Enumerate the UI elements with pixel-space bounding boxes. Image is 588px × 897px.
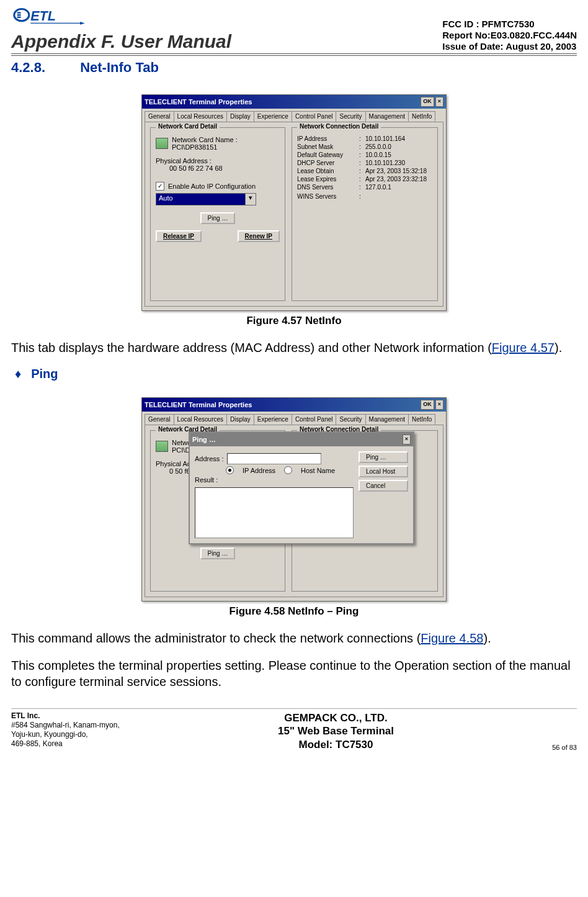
tab-management[interactable]: Management [365, 414, 409, 425]
close-button[interactable]: × [403, 435, 411, 444]
ping-button[interactable]: Ping … [200, 548, 236, 559]
figure-link[interactable]: Figure 4.57 [492, 341, 555, 354]
footer-center3: Model: TC7530 [278, 738, 394, 751]
chevron-down-icon[interactable]: ▾ [245, 194, 256, 205]
body-text: This command allows the administrator to… [11, 631, 421, 645]
dialog-title: TELECLIENT Terminal Properties [145, 98, 252, 106]
page-header: ETL Appendix F. User Manual FCC ID : PFM… [11, 6, 577, 56]
result-label: Result : [195, 476, 218, 484]
terminal-properties-dialog: TELECLIENT Terminal Properties OK × Gene… [141, 94, 447, 311]
page-number: 56 of 83 [552, 744, 577, 751]
body-text: This tab displays the hardware address (… [11, 341, 492, 354]
ok-button[interactable]: OK [421, 400, 434, 410]
nic-icon [156, 138, 168, 149]
card-name-label: Network Card Name : [172, 136, 238, 143]
tab-display[interactable]: Display [226, 111, 254, 122]
radio-host-label: Host Name [301, 467, 335, 474]
header-meta: FCC ID : PFMTC7530 Report No:E03.0820.FC… [442, 19, 577, 52]
ip-config-select[interactable]: Auto ▾ [156, 193, 256, 205]
detail-value: 10.10.101.230 [365, 160, 432, 166]
detail-row: DHCP Server:10.10.101.230 [297, 160, 432, 166]
body-text: ). [555, 341, 562, 354]
detail-key: DHCP Server [297, 160, 359, 166]
body-paragraph: This tab displays the hardware address (… [11, 340, 577, 356]
bullet-diamond-icon: ♦ [15, 367, 21, 381]
detail-row: Default Gateway:10.0.0.15 [297, 151, 432, 158]
tab-security[interactable]: Security [336, 414, 365, 425]
ping-dialog: Ping … × Address : [189, 431, 414, 544]
footer-addr1: #584 Sangwhal-ri, Kanam-myon, [11, 721, 120, 729]
radio-ip-address[interactable] [226, 466, 234, 474]
detail-key: DNS Servers [297, 184, 359, 191]
detail-key: IP Address [297, 135, 359, 142]
body-paragraph: This command allows the administrator to… [11, 630, 577, 646]
detail-value: 10.0.0.15 [365, 151, 432, 158]
address-input[interactable] [227, 453, 321, 464]
subheading-ping: ♦Ping [15, 367, 577, 381]
ping-button[interactable]: Ping … [200, 212, 236, 224]
tab-security[interactable]: Security [336, 111, 365, 122]
network-card-detail-group: Network Card Detail Network Card Name : … [150, 127, 285, 301]
tab-netinfo[interactable]: NetInfo [408, 414, 435, 425]
dialog-title: TELECLIENT Terminal Properties [145, 401, 252, 408]
footer-center2: 15" Web Base Terminal [278, 724, 394, 737]
group-legend: Network Card Detail [156, 123, 220, 130]
figure-caption: Figure 4.58 NetInfo – Ping [11, 605, 577, 618]
tab-local-resources[interactable]: Local Resources [174, 111, 227, 122]
result-textarea[interactable] [195, 487, 354, 538]
detail-value: 10.10.101.164 [365, 135, 432, 142]
local-host-button[interactable]: Local Host [359, 466, 408, 477]
figure-link[interactable]: Figure 4.58 [421, 631, 483, 645]
terminal-properties-dialog-ping: TELECLIENT Terminal Properties OK × Gene… [141, 397, 447, 602]
tab-netinfo[interactable]: NetInfo [408, 111, 435, 122]
tab-management[interactable]: Management [365, 111, 409, 122]
footer-center1: GEMPACK CO., LTD. [278, 711, 394, 724]
tab-display[interactable]: Display [226, 414, 254, 425]
detail-value: 255.0.0.0 [365, 143, 432, 150]
footer-addr2: Yoju-kun, Kyounggi-do, [11, 730, 88, 739]
ok-button[interactable]: OK [421, 97, 434, 107]
auto-ip-checkbox[interactable]: ✓ [156, 182, 164, 191]
combo-value: Auto [156, 194, 245, 205]
tab-local-resources[interactable]: Local Resources [174, 414, 227, 425]
close-button[interactable]: × [435, 97, 443, 107]
detail-row: Lease Expires:Apr 23, 2003 23:32:18 [297, 176, 432, 183]
footer-addr3: 469-885, Korea [11, 739, 63, 748]
tab-experience[interactable]: Experience [254, 414, 292, 425]
nic-icon [156, 441, 168, 452]
auto-ip-label: Enable Auto IP Configuration [168, 183, 256, 190]
radio-ip-label: IP Address [243, 467, 275, 474]
address-label: Address : [195, 455, 223, 462]
detail-row: DNS Servers:127.0.0.1 [297, 184, 432, 191]
detail-value: 127.0.0.1 [365, 184, 432, 191]
connection-detail-rows: IP Address:10.10.101.164Subnet Mask:255.… [297, 135, 432, 200]
tab-control-panel[interactable]: Control Panel [292, 111, 337, 122]
footer-company: ETL Inc. [11, 711, 40, 720]
ping-title: Ping … [192, 436, 216, 443]
detail-key: Lease Obtain [297, 168, 359, 174]
svg-rect-2 [17, 14, 21, 16]
detail-key: Default Gateway [297, 151, 359, 158]
detail-value: Apr 23, 2003 15:32:18 [365, 168, 432, 174]
tab-general[interactable]: General [145, 111, 174, 122]
network-connection-detail-group: Network Connection Detail IP Address:10.… [292, 127, 438, 301]
svg-text:ETL: ETL [30, 8, 56, 24]
ping-titlebar: Ping … × [190, 433, 413, 446]
detail-row: IP Address:10.10.101.164 [297, 135, 432, 142]
tab-control-panel[interactable]: Control Panel [292, 414, 337, 425]
card-name-value: PCI\DP838151 [172, 143, 238, 151]
tab-strip: General Local Resources Display Experien… [142, 109, 446, 122]
detail-row: WINS Servers: [297, 193, 432, 200]
ping-run-button[interactable]: Ping … [359, 451, 408, 463]
detail-value: Apr 23, 2003 23:32:18 [365, 176, 432, 183]
release-ip-button[interactable]: Release IP [156, 230, 202, 242]
tab-general[interactable]: General [145, 414, 174, 425]
page-footer: ETL Inc. #584 Sangwhal-ri, Kanam-myon, Y… [11, 708, 577, 751]
subheading-label: Ping [31, 367, 58, 381]
renew-ip-button[interactable]: Renew IP [238, 230, 280, 242]
tab-experience[interactable]: Experience [254, 111, 292, 122]
radio-host-name[interactable] [284, 466, 292, 474]
close-button[interactable]: × [435, 400, 443, 410]
cancel-button[interactable]: Cancel [359, 480, 408, 492]
tab-strip: General Local Resources Display Experien… [142, 412, 446, 425]
